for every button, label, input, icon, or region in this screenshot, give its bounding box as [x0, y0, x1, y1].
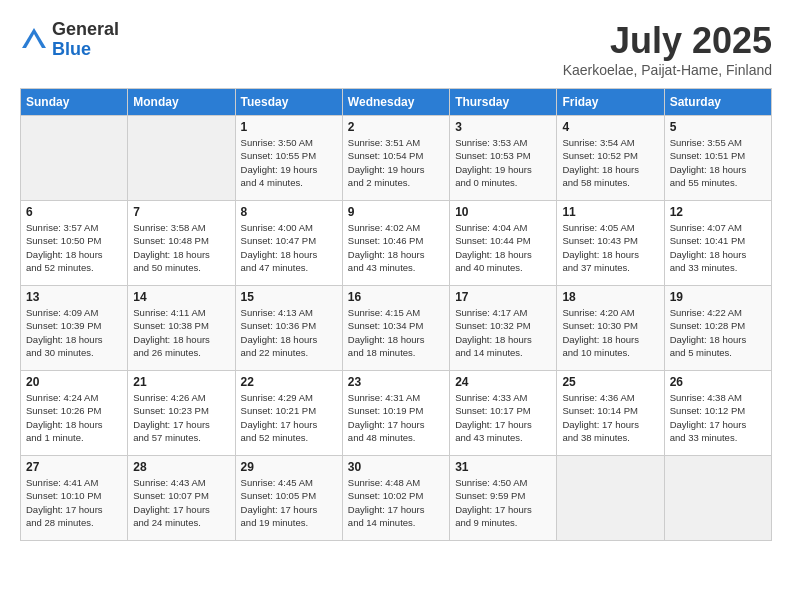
calendar-cell: 8Sunrise: 4:00 AMSunset: 10:47 PMDayligh…: [235, 201, 342, 286]
calendar-week-4: 20Sunrise: 4:24 AMSunset: 10:26 PMDaylig…: [21, 371, 772, 456]
column-header-sunday: Sunday: [21, 89, 128, 116]
calendar-cell: 15Sunrise: 4:13 AMSunset: 10:36 PMDaylig…: [235, 286, 342, 371]
month-title: July 2025: [563, 20, 772, 62]
day-number: 9: [348, 205, 444, 219]
title-block: July 2025 Kaerkoelae, Paijat-Hame, Finla…: [563, 20, 772, 78]
calendar-cell: [557, 456, 664, 541]
day-info: Sunrise: 4:05 AMSunset: 10:43 PMDaylight…: [562, 221, 658, 274]
day-number: 18: [562, 290, 658, 304]
day-info: Sunrise: 4:36 AMSunset: 10:14 PMDaylight…: [562, 391, 658, 444]
calendar-cell: 18Sunrise: 4:20 AMSunset: 10:30 PMDaylig…: [557, 286, 664, 371]
calendar-cell: 7Sunrise: 3:58 AMSunset: 10:48 PMDayligh…: [128, 201, 235, 286]
day-number: 15: [241, 290, 337, 304]
day-info: Sunrise: 4:31 AMSunset: 10:19 PMDaylight…: [348, 391, 444, 444]
day-number: 26: [670, 375, 766, 389]
day-info: Sunrise: 4:26 AMSunset: 10:23 PMDaylight…: [133, 391, 229, 444]
calendar-cell: 24Sunrise: 4:33 AMSunset: 10:17 PMDaylig…: [450, 371, 557, 456]
calendar-cell: 23Sunrise: 4:31 AMSunset: 10:19 PMDaylig…: [342, 371, 449, 456]
calendar-cell: [21, 116, 128, 201]
column-header-monday: Monday: [128, 89, 235, 116]
calendar-cell: 2Sunrise: 3:51 AMSunset: 10:54 PMDayligh…: [342, 116, 449, 201]
column-header-saturday: Saturday: [664, 89, 771, 116]
column-header-tuesday: Tuesday: [235, 89, 342, 116]
calendar-cell: 3Sunrise: 3:53 AMSunset: 10:53 PMDayligh…: [450, 116, 557, 201]
day-number: 31: [455, 460, 551, 474]
location-subtitle: Kaerkoelae, Paijat-Hame, Finland: [563, 62, 772, 78]
day-info: Sunrise: 4:43 AMSunset: 10:07 PMDaylight…: [133, 476, 229, 529]
day-number: 28: [133, 460, 229, 474]
day-info: Sunrise: 3:54 AMSunset: 10:52 PMDaylight…: [562, 136, 658, 189]
calendar-cell: 14Sunrise: 4:11 AMSunset: 10:38 PMDaylig…: [128, 286, 235, 371]
day-number: 8: [241, 205, 337, 219]
day-info: Sunrise: 4:13 AMSunset: 10:36 PMDaylight…: [241, 306, 337, 359]
day-info: Sunrise: 4:45 AMSunset: 10:05 PMDaylight…: [241, 476, 337, 529]
day-number: 25: [562, 375, 658, 389]
day-info: Sunrise: 4:41 AMSunset: 10:10 PMDaylight…: [26, 476, 122, 529]
calendar-cell: 26Sunrise: 4:38 AMSunset: 10:12 PMDaylig…: [664, 371, 771, 456]
day-number: 17: [455, 290, 551, 304]
day-info: Sunrise: 4:33 AMSunset: 10:17 PMDaylight…: [455, 391, 551, 444]
day-number: 7: [133, 205, 229, 219]
day-info: Sunrise: 4:02 AMSunset: 10:46 PMDaylight…: [348, 221, 444, 274]
calendar-cell: 27Sunrise: 4:41 AMSunset: 10:10 PMDaylig…: [21, 456, 128, 541]
day-info: Sunrise: 3:57 AMSunset: 10:50 PMDaylight…: [26, 221, 122, 274]
calendar-cell: 19Sunrise: 4:22 AMSunset: 10:28 PMDaylig…: [664, 286, 771, 371]
day-number: 1: [241, 120, 337, 134]
day-info: Sunrise: 3:51 AMSunset: 10:54 PMDaylight…: [348, 136, 444, 189]
day-info: Sunrise: 4:38 AMSunset: 10:12 PMDaylight…: [670, 391, 766, 444]
day-number: 16: [348, 290, 444, 304]
calendar-cell: 10Sunrise: 4:04 AMSunset: 10:44 PMDaylig…: [450, 201, 557, 286]
day-number: 13: [26, 290, 122, 304]
day-number: 21: [133, 375, 229, 389]
day-number: 19: [670, 290, 766, 304]
day-info: Sunrise: 4:15 AMSunset: 10:34 PMDaylight…: [348, 306, 444, 359]
day-info: Sunrise: 4:04 AMSunset: 10:44 PMDaylight…: [455, 221, 551, 274]
calendar-cell: 4Sunrise: 3:54 AMSunset: 10:52 PMDayligh…: [557, 116, 664, 201]
day-number: 2: [348, 120, 444, 134]
day-info: Sunrise: 4:09 AMSunset: 10:39 PMDaylight…: [26, 306, 122, 359]
day-info: Sunrise: 4:24 AMSunset: 10:26 PMDaylight…: [26, 391, 122, 444]
day-info: Sunrise: 3:50 AMSunset: 10:55 PMDaylight…: [241, 136, 337, 189]
calendar-cell: 29Sunrise: 4:45 AMSunset: 10:05 PMDaylig…: [235, 456, 342, 541]
day-number: 22: [241, 375, 337, 389]
calendar-cell: [128, 116, 235, 201]
calendar-cell: 9Sunrise: 4:02 AMSunset: 10:46 PMDayligh…: [342, 201, 449, 286]
calendar-cell: 5Sunrise: 3:55 AMSunset: 10:51 PMDayligh…: [664, 116, 771, 201]
calendar-cell: 12Sunrise: 4:07 AMSunset: 10:41 PMDaylig…: [664, 201, 771, 286]
calendar-cell: 22Sunrise: 4:29 AMSunset: 10:21 PMDaylig…: [235, 371, 342, 456]
day-number: 23: [348, 375, 444, 389]
day-number: 5: [670, 120, 766, 134]
day-number: 20: [26, 375, 122, 389]
calendar-cell: 13Sunrise: 4:09 AMSunset: 10:39 PMDaylig…: [21, 286, 128, 371]
day-number: 3: [455, 120, 551, 134]
day-info: Sunrise: 3:53 AMSunset: 10:53 PMDaylight…: [455, 136, 551, 189]
logo: General Blue: [20, 20, 119, 60]
day-number: 24: [455, 375, 551, 389]
column-header-wednesday: Wednesday: [342, 89, 449, 116]
day-info: Sunrise: 3:55 AMSunset: 10:51 PMDaylight…: [670, 136, 766, 189]
calendar-cell: 1Sunrise: 3:50 AMSunset: 10:55 PMDayligh…: [235, 116, 342, 201]
day-number: 14: [133, 290, 229, 304]
calendar-cell: 25Sunrise: 4:36 AMSunset: 10:14 PMDaylig…: [557, 371, 664, 456]
day-info: Sunrise: 4:00 AMSunset: 10:47 PMDaylight…: [241, 221, 337, 274]
day-number: 12: [670, 205, 766, 219]
calendar-week-1: 1Sunrise: 3:50 AMSunset: 10:55 PMDayligh…: [21, 116, 772, 201]
day-info: Sunrise: 4:07 AMSunset: 10:41 PMDaylight…: [670, 221, 766, 274]
day-number: 29: [241, 460, 337, 474]
day-number: 6: [26, 205, 122, 219]
logo-text: General Blue: [52, 20, 119, 60]
calendar-week-2: 6Sunrise: 3:57 AMSunset: 10:50 PMDayligh…: [21, 201, 772, 286]
calendar-cell: 17Sunrise: 4:17 AMSunset: 10:32 PMDaylig…: [450, 286, 557, 371]
day-info: Sunrise: 4:22 AMSunset: 10:28 PMDaylight…: [670, 306, 766, 359]
day-info: Sunrise: 4:20 AMSunset: 10:30 PMDaylight…: [562, 306, 658, 359]
calendar-table: SundayMondayTuesdayWednesdayThursdayFrid…: [20, 88, 772, 541]
calendar-cell: 31Sunrise: 4:50 AMSunset: 9:59 PMDayligh…: [450, 456, 557, 541]
day-info: Sunrise: 3:58 AMSunset: 10:48 PMDaylight…: [133, 221, 229, 274]
calendar-week-5: 27Sunrise: 4:41 AMSunset: 10:10 PMDaylig…: [21, 456, 772, 541]
day-info: Sunrise: 4:50 AMSunset: 9:59 PMDaylight:…: [455, 476, 551, 529]
day-number: 27: [26, 460, 122, 474]
calendar-cell: 6Sunrise: 3:57 AMSunset: 10:50 PMDayligh…: [21, 201, 128, 286]
calendar-cell: 21Sunrise: 4:26 AMSunset: 10:23 PMDaylig…: [128, 371, 235, 456]
calendar-cell: 11Sunrise: 4:05 AMSunset: 10:43 PMDaylig…: [557, 201, 664, 286]
calendar-body: 1Sunrise: 3:50 AMSunset: 10:55 PMDayligh…: [21, 116, 772, 541]
